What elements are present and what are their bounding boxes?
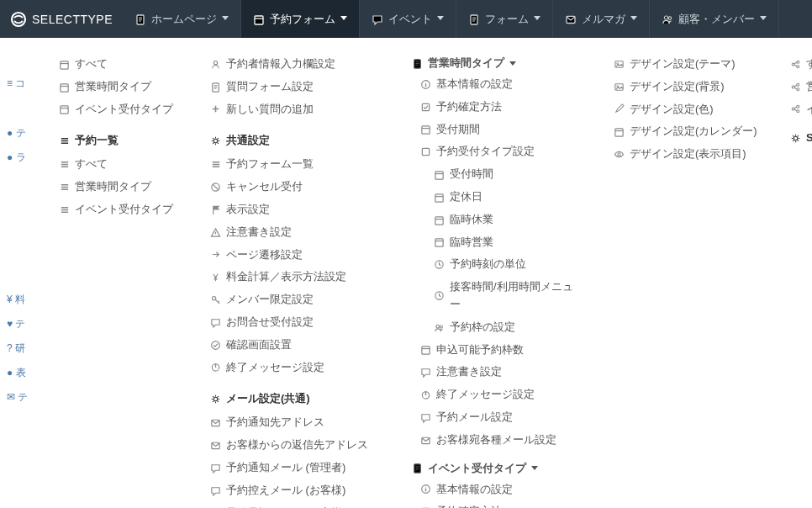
caret-down-icon bbox=[534, 16, 540, 23]
nav-event[interactable]: イベント bbox=[360, 0, 456, 38]
mega-col-5: すべて 営業時 イベン SEO設定 bbox=[783, 53, 812, 508]
menu-all[interactable]: すべて bbox=[59, 53, 180, 76]
expand-event-type[interactable]: イベント受付タイプ bbox=[412, 458, 583, 479]
top-nav: SELECTTYPE ホームページ 予約フォーム イベント フォーム メルマガ … bbox=[0, 0, 812, 38]
head-mail-settings: メール設定(共通) bbox=[210, 391, 382, 406]
sidebar-peek-item[interactable]: ? 研 bbox=[5, 336, 37, 361]
menu-temp-open[interactable]: 臨時営業 bbox=[434, 231, 583, 254]
brand-logo[interactable]: SELECTTYPE bbox=[0, 0, 123, 38]
head-reservation-list: 予約一覧 bbox=[59, 133, 180, 148]
menu-form-list[interactable]: 予約フォーム一覧 bbox=[210, 153, 382, 176]
mega-col-3: 営業時間タイプ 基本情報の設定 予約確定方法 受付期間 予約受付タイプ設定 受付… bbox=[405, 53, 590, 508]
nav-customer[interactable]: 顧客・メンバー bbox=[650, 0, 779, 38]
menu-share-biz[interactable]: 営業時 bbox=[790, 76, 812, 98]
nav-form[interactable]: フォーム bbox=[456, 0, 553, 38]
menu-inquiry-accept[interactable]: お問合せ受付設定 bbox=[210, 311, 382, 334]
mega-col-1: すべて 営業時間タイプ イベント受付タイプ 予約一覧 すべて 営業時間タイプ イ… bbox=[52, 53, 187, 508]
menu-page-transition[interactable]: ページ遷移設定 bbox=[210, 244, 382, 267]
menu-confirm-screen[interactable]: 確認画面設置 bbox=[210, 334, 382, 357]
menu-new-question[interactable]: 新しい質問の追加 bbox=[210, 98, 382, 121]
caret-down-icon bbox=[340, 16, 347, 23]
menu-approve-mail[interactable]: 予約承認メール (お客様) bbox=[210, 502, 382, 508]
menu-pricing[interactable]: 料金計算／表示方法設定 bbox=[210, 266, 382, 288]
menu-confirm-method[interactable]: 予約確定方法 bbox=[420, 96, 583, 119]
sidebar-peek-item[interactable]: ● テ bbox=[5, 121, 37, 146]
menu-time-unit[interactable]: 予約時刻の単位 bbox=[434, 253, 583, 276]
caret-down-icon bbox=[531, 466, 538, 470]
caret-down-icon bbox=[222, 16, 229, 23]
menu-reserver-info[interactable]: 予約者情報入力欄設定 bbox=[210, 53, 382, 76]
menu-display-settings[interactable]: 表示設定 bbox=[210, 198, 382, 221]
menu-slot-count[interactable]: 申込可能予約枠数 bbox=[420, 339, 583, 362]
nav-mailmag[interactable]: メルマガ bbox=[553, 0, 650, 38]
menu-end-msg2[interactable]: 終了メッセージ設定 bbox=[420, 384, 583, 406]
menu-biz-hours-type[interactable]: 営業時間タイプ bbox=[59, 76, 180, 98]
menu-notify-mail-admin[interactable]: 予約通知メール (管理者) bbox=[210, 457, 382, 479]
menu-list-all[interactable]: すべて bbox=[59, 153, 180, 176]
mega-col-2: 予約者情報入力欄設定 質問フォーム設定 新しい質問の追加 共通設定 予約フォーム… bbox=[203, 53, 388, 508]
menu-e-basic[interactable]: 基本情報の設定 bbox=[420, 479, 583, 501]
menu-accept-period[interactable]: 受付期間 bbox=[420, 119, 583, 141]
left-sidebar-peek: ≡ コ ● テ ● ラ ¥ 料 ♥ テ ? 研 ● 表 ✉ テ bbox=[0, 46, 42, 415]
nav-reservation-form[interactable]: 予約フォーム bbox=[241, 0, 360, 38]
caret-down-icon bbox=[509, 61, 516, 66]
menu-copy-mail-customer[interactable]: 予約控えメール (お客様) bbox=[210, 479, 382, 502]
menu-end-message[interactable]: 終了メッセージ設定 bbox=[210, 357, 382, 379]
sidebar-peek-item[interactable]: ¥ 料 bbox=[5, 288, 37, 312]
menu-member-only[interactable]: メンバー限定設定 bbox=[210, 288, 382, 311]
menu-res-mail[interactable]: 予約メール設定 bbox=[420, 406, 583, 429]
menu-list-event[interactable]: イベント受付タイプ bbox=[59, 198, 180, 221]
menu-slot-settings[interactable]: 予約枠の設定 bbox=[434, 316, 583, 339]
sidebar-peek-item[interactable]: ● ラ bbox=[5, 146, 37, 170]
caret-down-icon bbox=[630, 16, 637, 23]
menu-customer-mails[interactable]: お客様宛各種メール設定 bbox=[420, 429, 583, 452]
menu-service-time[interactable]: 接客時間/利用時間メニュー bbox=[434, 276, 583, 316]
menu-e-confirm[interactable]: 予約確定方法 bbox=[420, 500, 583, 508]
menu-notice2[interactable]: 注意書き設定 bbox=[420, 361, 583, 384]
menu-design-color[interactable]: デザイン設定(色) bbox=[614, 98, 760, 121]
brand-text: SELECTTYPE bbox=[32, 13, 113, 26]
menu-basic-info[interactable]: 基本情報の設定 bbox=[420, 73, 583, 96]
mega-menu: すべて 営業時間タイプ イベント受付タイプ 予約一覧 すべて 営業時間タイプ イ… bbox=[42, 38, 812, 508]
menu-share-all[interactable]: すべて bbox=[790, 53, 812, 76]
caret-down-icon bbox=[437, 16, 444, 23]
menu-accept-time[interactable]: 受付時間 bbox=[434, 163, 583, 186]
menu-reply-address[interactable]: お客様からの返信先アドレス bbox=[210, 434, 382, 457]
head-common-settings: 共通設定 bbox=[210, 133, 382, 148]
menu-design-theme[interactable]: デザイン設定(テーマ) bbox=[614, 53, 760, 76]
sidebar-peek-item[interactable]: ♥ テ bbox=[5, 312, 37, 336]
head-seo: SEO設定 bbox=[790, 130, 812, 146]
sidebar-peek-item[interactable]: ✉ テ bbox=[5, 385, 37, 410]
svg-point-23 bbox=[12, 13, 25, 26]
expand-biz-hours[interactable]: 営業時間タイプ bbox=[412, 53, 583, 73]
menu-list-bizhours[interactable]: 営業時間タイプ bbox=[59, 176, 180, 198]
menu-accept-type[interactable]: 予約受付タイプ設定 bbox=[420, 140, 583, 163]
menu-cancel-accept[interactable]: キャンセル受付 bbox=[210, 176, 382, 198]
menu-closed-day[interactable]: 定休日 bbox=[434, 186, 583, 209]
nav-homepage[interactable]: ホームページ bbox=[123, 0, 241, 38]
menu-event-type[interactable]: イベント受付タイプ bbox=[59, 98, 180, 121]
menu-question-form[interactable]: 質問フォーム設定 bbox=[210, 76, 382, 98]
menu-design-items[interactable]: デザイン設定(表示項目) bbox=[614, 143, 760, 166]
menu-temp-closed[interactable]: 臨時休業 bbox=[434, 209, 583, 231]
sidebar-peek-item[interactable]: ≡ コ bbox=[5, 71, 37, 96]
caret-down-icon bbox=[760, 16, 767, 23]
menu-notify-address[interactable]: 予約通知先アドレス bbox=[210, 411, 382, 434]
menu-share-event[interactable]: イベン bbox=[790, 98, 812, 121]
menu-design-calendar[interactable]: デザイン設定(カレンダー) bbox=[614, 120, 760, 143]
sidebar-peek-item[interactable]: ● 表 bbox=[5, 361, 37, 385]
menu-design-bg[interactable]: デザイン設定(背景) bbox=[614, 76, 760, 98]
menu-notice-settings[interactable]: 注意書き設定 bbox=[210, 221, 382, 244]
mega-col-4: デザイン設定(テーマ) デザイン設定(背景) デザイン設定(色) デザイン設定(… bbox=[607, 53, 767, 508]
